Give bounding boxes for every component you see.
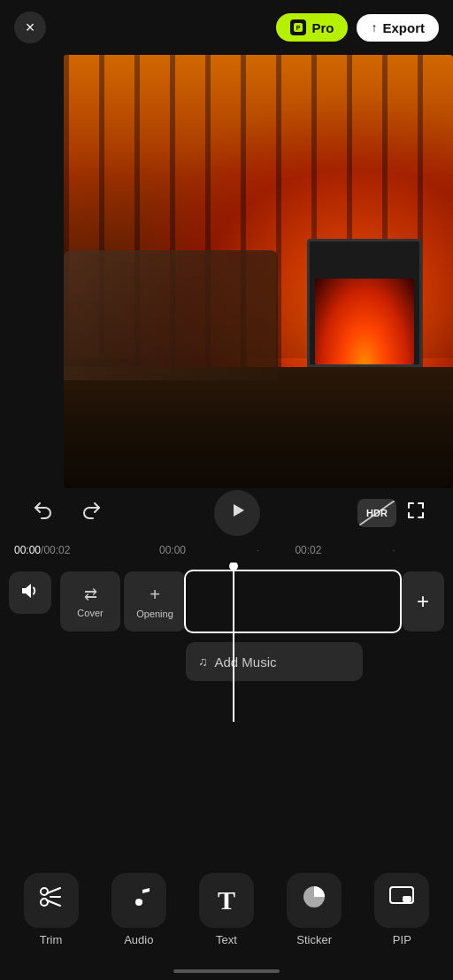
svg-marker-12 [22,584,31,598]
timeline-area[interactable]: ⇄ Cover + Opening + ♫ Add Music [0,563,453,819]
pro-button[interactable]: P Pro [276,13,348,42]
audio-note-icon [125,883,153,917]
undo-button[interactable] [18,488,67,538]
trim-icon-wrap [24,873,79,928]
export-icon: ↑ [371,20,377,34]
total-time: 00:02 [43,544,70,556]
bottom-home-indicator [173,969,280,973]
text-icon-wrap: T [199,873,254,928]
add-clip-button[interactable]: + [402,571,444,632]
pip-icon [388,885,415,915]
add-music-label: Add Music [215,655,277,670]
timeline-header: 00:00/00:02 00:00 · 00:02 · [0,538,453,563]
trim-label: Trim [40,933,63,946]
svg-line-15 [47,888,60,893]
opening-icon: + [150,585,160,605]
text-T-icon: T [218,885,235,915]
opening-clip[interactable]: + Opening [122,571,186,632]
close-button[interactable]: × [14,11,46,43]
play-button[interactable] [214,490,260,536]
strip-selection-border [184,570,402,633]
svg-rect-20 [403,896,411,902]
cover-icon: ⇄ [84,585,97,604]
sticker-label: Sticker [296,933,332,946]
svg-rect-9 [408,512,410,518]
speaker-icon [19,580,41,606]
pro-icon: P [290,19,306,35]
fullscreen-button[interactable] [396,494,435,532]
playhead [233,563,234,722]
sticker-icon [300,883,328,917]
add-clip-icon: + [417,589,429,614]
scissors-icon [37,883,65,917]
export-button[interactable]: ↑ Export [357,14,439,42]
bottom-toolbar: Trim Audio T Text Sticker [0,865,453,953]
tool-pip[interactable]: PIP [366,873,437,946]
audio-icon-wrap [111,873,166,928]
redo-icon [81,500,103,526]
timeline-marks: 00:00 · 00:02 · [159,544,453,556]
sticker-icon-wrap [287,873,342,928]
top-bar-actions: P Pro ↑ Export [276,13,439,42]
tool-trim[interactable]: Trim [16,873,87,946]
playback-controls: HDR [0,488,453,538]
audio-track-button[interactable] [9,571,51,614]
music-note-icon: ♫ [198,655,208,669]
svg-text:P: P [296,25,301,31]
video-preview [64,55,453,488]
undo-icon [32,500,53,526]
cover-clip[interactable]: ⇄ Cover [60,571,120,632]
pip-label: PIP [393,933,411,946]
opening-label: Opening [136,609,173,619]
svg-line-16 [47,900,60,906]
video-strip-wrapper[interactable] [186,571,400,632]
timecode-display: 00:00/00:02 [14,544,70,556]
tool-sticker[interactable]: Sticker [279,873,349,946]
svg-rect-11 [422,512,424,518]
top-bar: × P Pro ↑ Export [0,0,453,55]
hdr-label: HDR [366,508,388,518]
mark-0: 00:00 [159,544,186,556]
add-music-button[interactable]: ♫ Add Music [186,642,363,681]
play-icon [227,501,247,525]
cover-label: Cover [77,608,103,618]
svg-rect-7 [422,502,424,509]
audio-label: Audio [124,933,153,946]
fullscreen-icon [405,500,426,526]
hdr-button[interactable]: HDR [357,499,396,527]
pip-icon-wrap [374,873,429,928]
mark-2: 00:02 [295,544,321,556]
fireplace-visual [307,239,422,367]
text-label: Text [216,933,237,946]
current-time: 00:00 [14,544,41,556]
tool-audio[interactable]: Audio [104,873,174,946]
svg-marker-2 [234,504,244,517]
svg-rect-5 [408,502,410,509]
tool-text[interactable]: T Text [191,873,262,946]
redo-button[interactable] [67,488,117,538]
